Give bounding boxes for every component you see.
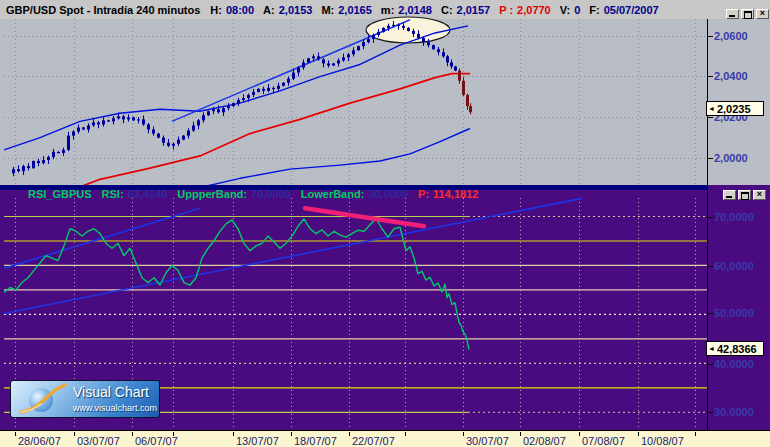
session-fields: H:08:00A:2,0153M:2,0165m:2,0148C:2,0157P… xyxy=(210,4,667,16)
date-label: 22/07/07 xyxy=(352,435,395,447)
last-rsi-value: 42,8366 xyxy=(717,343,757,355)
field-c: C:2,0157 xyxy=(441,4,490,16)
maximize-button[interactable] xyxy=(741,9,754,19)
visual-chart-window: GBP/USD Spot - Intradía 240 minutos H:08… xyxy=(0,0,770,447)
date-tick xyxy=(638,432,639,436)
rsi-arrow-icon: ◄ xyxy=(708,345,715,352)
field-value: 05/07/2007 xyxy=(604,4,659,16)
rsi-tick-label: 60,0000 xyxy=(714,260,754,272)
field-value: 2,0148 xyxy=(398,4,432,16)
date-label: 30/07/07 xyxy=(466,435,509,447)
field-value: 70,0000 xyxy=(251,188,291,200)
last-rsi-box: ◄ 42,8366 xyxy=(706,341,764,356)
visual-chart-logo[interactable]: Visual Chart www.visualchart.com xyxy=(10,380,160,418)
date-tick xyxy=(405,432,406,436)
field-a: A:2,0153 xyxy=(263,4,312,16)
field-label: P: xyxy=(418,188,429,200)
date-label: 02/08/07 xyxy=(523,435,566,447)
field-label: UppperBand: xyxy=(177,188,247,200)
date-tick xyxy=(520,432,521,436)
field-f: F:05/07/2007 xyxy=(589,4,658,16)
price-arrow-icon: ◄ xyxy=(708,105,715,112)
date-tick xyxy=(233,432,234,436)
date-label: 06/07/07 xyxy=(135,435,178,447)
date-tick xyxy=(15,432,16,436)
rsi-indicator-header: RSI_GBPUS RSI:63,4140UppperBand:70,0000L… xyxy=(28,188,488,199)
rsi-tick-label: 30,0000 xyxy=(714,406,754,418)
maximize-icon xyxy=(744,11,752,19)
field-label: m: xyxy=(381,4,394,16)
price-window-controls: × xyxy=(726,9,769,19)
field-value: 0 xyxy=(574,4,580,16)
field-label: A: xyxy=(263,4,275,16)
rsi-indicator-name: RSI_GBPUS xyxy=(28,188,92,200)
date-label: 18/07/07 xyxy=(294,435,337,447)
date-tick xyxy=(132,432,133,436)
close-button[interactable]: × xyxy=(756,9,769,19)
date-tick xyxy=(579,432,580,436)
date-label: 07/08/07 xyxy=(582,435,625,447)
close-icon: × xyxy=(754,189,765,200)
field-v: V:0 xyxy=(560,4,581,16)
field-lowerband: LowerBand:30,0000 xyxy=(301,188,408,200)
rsi-window-controls: × xyxy=(723,190,766,200)
date-label: 13/07/07 xyxy=(236,435,279,447)
date-tick xyxy=(349,432,350,436)
rsi-minimize-button[interactable] xyxy=(723,190,736,200)
date-label: 03/07/07 xyxy=(77,435,120,447)
field-label: C: xyxy=(441,4,453,16)
date-label: 10/08/07 xyxy=(641,435,684,447)
field-label: LowerBand: xyxy=(301,188,365,200)
rsi-tick-label: 70,0000 xyxy=(714,211,754,223)
logo-url[interactable]: www.visualchart.com xyxy=(73,403,157,413)
field-p: P :2,0770 xyxy=(499,4,551,16)
close-icon: × xyxy=(757,8,768,19)
maximize-icon xyxy=(741,192,749,200)
field-label: M: xyxy=(321,4,334,16)
field-label: V: xyxy=(560,4,570,16)
field-label: P : xyxy=(499,4,513,16)
field-m: M:2,0165 xyxy=(321,4,371,16)
price-tick-label: 2,0000 xyxy=(714,152,748,164)
field-h: H:08:00 xyxy=(210,4,254,16)
price-tick-label: 2,0600 xyxy=(714,30,748,42)
logo-sphere-icon xyxy=(15,383,71,415)
instrument-title: GBP/USD Spot - Intradía 240 minutos xyxy=(6,4,200,16)
minimize-button[interactable] xyxy=(726,9,739,19)
rsi-tick-label: 50,0000 xyxy=(714,307,754,319)
last-price-box: ◄ 2,0235 xyxy=(706,101,764,116)
field-label: F: xyxy=(589,4,599,16)
field-value: 2,0165 xyxy=(338,4,372,16)
date-axis[interactable]: 28/06/0703/07/0706/07/0713/07/0718/07/07… xyxy=(0,430,770,447)
field-p: P:114,1812 xyxy=(418,188,478,200)
field-rsi: RSI:63,4140 xyxy=(102,188,168,200)
field-value: 2,0157 xyxy=(457,4,491,16)
date-tick xyxy=(695,432,696,436)
field-uppperband: UppperBand:70,0000 xyxy=(177,188,290,200)
field-value: 63,4140 xyxy=(128,188,168,200)
minimize-icon xyxy=(726,196,732,198)
price-plot-area[interactable] xyxy=(0,19,708,185)
chart-title-bar[interactable]: GBP/USD Spot - Intradía 240 minutos H:08… xyxy=(0,0,770,19)
minimize-icon xyxy=(729,15,735,17)
price-tick-label: 2,0400 xyxy=(714,70,748,82)
rsi-maximize-button[interactable] xyxy=(738,190,751,200)
field-label: H: xyxy=(210,4,222,16)
date-tick xyxy=(291,432,292,436)
last-price-value: 2,0235 xyxy=(717,103,751,115)
field-m: m:2,0148 xyxy=(381,4,432,16)
field-value: 2,0153 xyxy=(279,4,313,16)
date-tick xyxy=(74,432,75,436)
date-label: 28/06/07 xyxy=(18,435,61,447)
field-value: 114,1812 xyxy=(433,188,478,200)
logo-brand-text: Visual Chart xyxy=(73,384,149,400)
field-value: 08:00 xyxy=(226,4,254,16)
rsi-close-button[interactable]: × xyxy=(753,190,766,200)
field-value: 30,0000 xyxy=(368,188,408,200)
rsi-tick-label: 40,0000 xyxy=(714,358,754,370)
rsi-fields: RSI:63,4140UppperBand:70,0000LowerBand:3… xyxy=(102,188,489,200)
field-label: RSI: xyxy=(102,188,124,200)
date-tick xyxy=(463,432,464,436)
field-value: 2,0770 xyxy=(517,4,551,16)
